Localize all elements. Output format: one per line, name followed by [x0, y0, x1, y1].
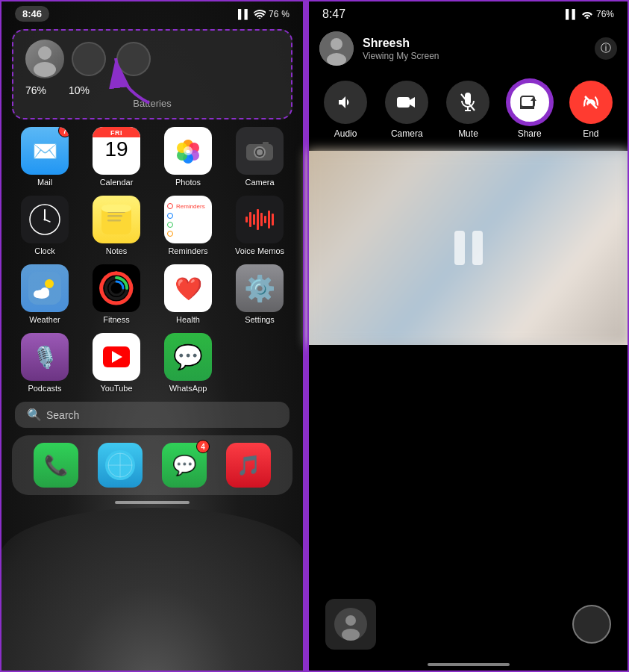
widget-circles [72, 42, 151, 76]
status-icons-left: ▌▌ 76 % [238, 9, 290, 19]
podcasts-mic-icon: 🎙️ [32, 345, 58, 370]
share-icon [508, 81, 551, 124]
messages-badge: 4 [196, 440, 210, 453]
screen-share-area [307, 151, 629, 345]
app-item-youtube[interactable]: YouTube [84, 333, 149, 393]
whatsapp-icon: 💬 [164, 333, 212, 381]
calendar-label: Calendar [100, 178, 134, 187]
battery-pct-1: 76% [25, 84, 46, 96]
status-bar-right: 8:47 ▌▌ 76% [307, 0, 629, 27]
clock-icon [21, 196, 69, 243]
battery-pct-2: 10% [69, 84, 90, 96]
fitness-label: Fitness [103, 315, 129, 324]
podcasts-label: Podcasts [28, 384, 61, 393]
battery-text-right: 76% [596, 9, 614, 19]
app-item-notes[interactable]: Notes [84, 196, 149, 255]
wifi-icon-right [581, 10, 593, 19]
reminders-label: Reminders [168, 246, 207, 255]
podcasts-icon: 🎙️ [21, 333, 69, 381]
svg-rect-23 [101, 205, 131, 212]
moon-background [0, 508, 304, 672]
end-icon [569, 81, 613, 124]
settings-icon: ⚙️ [236, 264, 284, 312]
cal-day-num: 19 [104, 139, 128, 160]
fitness-icon [93, 264, 140, 312]
svg-point-9 [184, 146, 193, 155]
signal-icon-right: ▌▌ [566, 9, 578, 19]
widget-circle-2 [116, 42, 151, 76]
pause-bar-2 [472, 231, 483, 265]
app-item-voicememos[interactable]: Voice Memos [227, 196, 292, 255]
right-panel-content: 8:47 ▌▌ 76% Shreesh [307, 0, 629, 672]
audio-button[interactable]: Audio [324, 81, 367, 139]
app-item-weather[interactable]: Weather [12, 264, 78, 324]
home-indicator-left [115, 501, 190, 504]
app-item-whatsapp[interactable]: 💬 WhatsApp [155, 333, 221, 393]
camera-icon [236, 127, 284, 175]
app-item-mail[interactable]: ✉️ 7 Mail [12, 127, 78, 187]
svg-rect-21 [107, 215, 122, 217]
time-right: 8:47 [322, 7, 345, 21]
mute-button[interactable]: Mute [446, 81, 489, 139]
whatsapp-logo-icon: 💬 [173, 343, 203, 371]
app-item-clock[interactable]: Clock [12, 196, 78, 255]
search-text: Search [46, 409, 79, 421]
status-icons-right: ▌▌ 76% [566, 9, 614, 19]
app-item-settings[interactable]: ⚙️ Settings [227, 264, 292, 324]
time-left: 8:46 [15, 6, 49, 22]
dock-music[interactable]: 🎵 [226, 443, 271, 488]
svg-point-51 [342, 629, 360, 641]
svg-point-28 [40, 287, 49, 296]
app-item-reminders[interactable]: Reminders Reminders [155, 196, 221, 255]
mail-icon: ✉️ 7 [21, 127, 69, 175]
caller-name: Shreesh [363, 37, 439, 50]
app-item-camera[interactable]: Camera [227, 127, 292, 187]
info-button[interactable]: ⓘ [595, 37, 617, 60]
battery-text-left: 76 [269, 9, 278, 19]
dock-safari[interactable] [98, 443, 143, 488]
weather-icon [21, 264, 69, 312]
cal-day-name: FRI [93, 127, 140, 137]
camera-button[interactable]: Camera [385, 81, 428, 139]
svg-point-40 [331, 38, 342, 50]
batteries-widget[interactable]: 76% 10% Batteries [12, 29, 292, 119]
dock-phone[interactable]: 📞 [34, 443, 78, 488]
app-item-photos[interactable]: Photos [155, 127, 221, 187]
notes-icon [93, 196, 140, 243]
settings-gear-icon: ⚙️ [244, 273, 275, 303]
black-bottom-area [307, 345, 629, 672]
health-icon: ❤️ [164, 264, 212, 312]
camera-label-ctrl: Camera [391, 128, 423, 139]
camera-label: Camera [245, 178, 274, 187]
svg-point-13 [257, 149, 263, 155]
svg-rect-22 [107, 220, 121, 222]
voicememos-icon [236, 196, 284, 243]
share-label: Share [518, 128, 542, 139]
calendar-icon: FRI 19 [93, 127, 140, 175]
voicememos-label: Voice Memos [235, 246, 284, 255]
dock-messages[interactable]: 💬 4 [162, 443, 207, 488]
home-circle-button[interactable] [572, 605, 611, 644]
facetime-bar: Shreesh Viewing My Screen ⓘ [307, 27, 629, 76]
search-bar[interactable]: 🔍 Search [15, 402, 290, 428]
search-icon: 🔍 [27, 408, 42, 422]
mail-label: Mail [37, 178, 52, 187]
screen-thumbnail[interactable] [325, 599, 376, 650]
app-item-health[interactable]: ❤️ Health [155, 264, 221, 324]
youtube-triangle-icon [112, 351, 122, 363]
svg-point-25 [45, 279, 54, 288]
reminders-icon: Reminders [164, 196, 212, 243]
app-item-fitness[interactable]: Fitness [84, 264, 149, 324]
phone-background: 8:46 ▌▌ 76 % [0, 0, 304, 672]
svg-point-18 [44, 219, 46, 221]
audio-label: Audio [334, 128, 357, 139]
camera-ctrl-icon [385, 81, 428, 124]
app-item-podcasts[interactable]: 🎙️ Podcasts [12, 333, 78, 393]
mail-badge: 7 [58, 127, 69, 137]
end-button[interactable]: End [569, 81, 613, 139]
app-grid: ✉️ 7 Mail FRI 19 Calendar [0, 127, 304, 393]
end-label: End [583, 128, 598, 139]
app-item-calendar[interactable]: FRI 19 Calendar [84, 127, 149, 187]
status-bar-left: 8:46 ▌▌ 76 % [0, 0, 304, 25]
share-button[interactable]: Share [508, 81, 551, 139]
